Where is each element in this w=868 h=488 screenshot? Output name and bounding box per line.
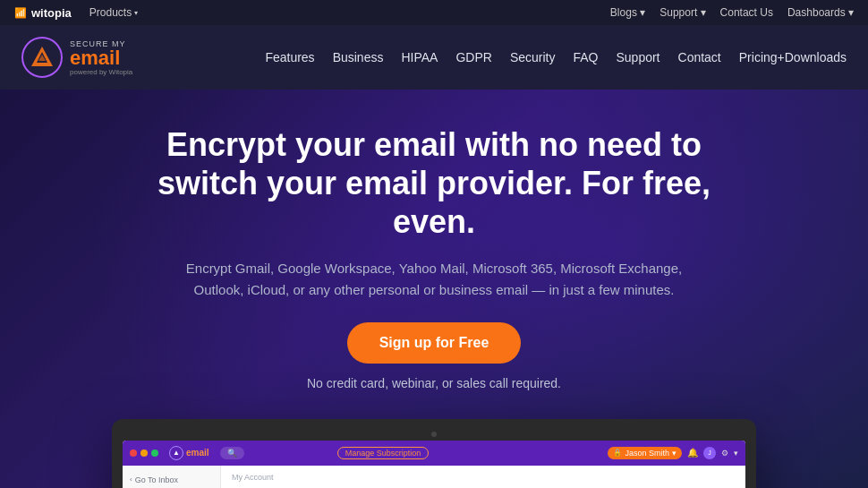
hero-section: Encrypt your email with no need to switc… <box>0 90 868 488</box>
app-topbar-right: 🔒 Jason Smith ▾ 🔔 J ⚙ ▾ <box>608 447 738 459</box>
logo-text: secure my email powered by Witopia <box>70 39 132 76</box>
products-menu[interactable]: Products ▾ <box>89 6 138 19</box>
support-link[interactable]: Support ▾ <box>660 6 705 19</box>
laptop-camera-row <box>123 430 745 439</box>
top-navigation: 📶 witopia Products ▾ Blogs ▾ Support ▾ C… <box>0 0 868 25</box>
laptop-camera <box>431 432 437 437</box>
wifi-icon: 📶 <box>14 7 27 19</box>
laptop-outer: ▲ email 🔍 Manage Subscription 🔒 Jason Sm… <box>112 419 756 488</box>
app-topbar: ▲ email 🔍 Manage Subscription 🔒 Jason Sm… <box>123 441 745 466</box>
nav-security[interactable]: Security <box>510 50 556 64</box>
main-nav-links: Features Business HIPAA GDPR Security FA… <box>265 50 847 64</box>
blogs-link[interactable]: Blogs ▾ <box>610 6 645 19</box>
tl-yellow <box>140 449 148 457</box>
more-dropdown-arrow[interactable]: ▾ <box>734 449 738 458</box>
bell-icon[interactable]: 🔔 <box>687 448 698 458</box>
nav-features[interactable]: Features <box>265 50 314 64</box>
nav-business[interactable]: Business <box>333 50 384 64</box>
app-logo-text: email <box>186 448 209 458</box>
products-label: Products <box>89 6 132 19</box>
no-cc-text: No credit card, webinar, or sales call r… <box>130 376 738 390</box>
manage-subscription-button[interactable]: Manage Subscription <box>337 447 430 459</box>
signup-button[interactable]: Sign up for Free <box>347 322 522 364</box>
back-label: Go To Inbox <box>135 475 178 484</box>
breadcrumb: My Account <box>232 473 735 482</box>
nav-hipaa[interactable]: HIPAA <box>401 50 438 64</box>
laptop-mockup: ▲ email 🔍 Manage Subscription 🔒 Jason Sm… <box>112 419 756 488</box>
lock-icon: 🔒 <box>613 449 622 457</box>
nav-gdpr[interactable]: GDPR <box>455 50 491 64</box>
dashboards-link[interactable]: Dashboards ▾ <box>787 6 854 19</box>
app-body: ‹ Go To Inbox MY ACCOUNT ○ Account ○ Pro… <box>123 466 745 488</box>
app-logo-icon: ▲ <box>169 446 183 460</box>
nav-pricing[interactable]: Pricing+Downloads <box>739 50 847 64</box>
brand-logo: secure my email powered by Witopia <box>21 37 132 78</box>
search-icon: 🔍 <box>227 449 237 458</box>
app-search-box[interactable]: 🔍 <box>220 447 244 459</box>
main-navigation: secure my email powered by Witopia Featu… <box>0 25 868 90</box>
products-dropdown-arrow: ▾ <box>134 9 138 17</box>
top-nav-left: 📶 witopia Products ▾ <box>14 6 138 20</box>
tl-green <box>151 449 158 457</box>
app-logo-small: ▲ email <box>169 446 209 460</box>
nav-contact[interactable]: Contact <box>678 50 721 64</box>
user-dropdown-arrow: ▾ <box>672 449 677 458</box>
contact-us-link[interactable]: Contact Us <box>720 6 773 19</box>
hero-content: Encrypt your email with no need to switc… <box>130 125 738 412</box>
logo-email: email <box>70 48 132 68</box>
logo-powered: powered by Witopia <box>70 68 132 76</box>
app-sidebar: ‹ Go To Inbox MY ACCOUNT ○ Account ○ Pro… <box>123 466 221 488</box>
nav-faq[interactable]: FAQ <box>573 50 598 64</box>
avatar: J <box>703 447 716 459</box>
traffic-lights <box>130 449 158 457</box>
hero-subtitle: Encrypt Gmail, Google Workspace, Yahoo M… <box>183 258 685 301</box>
app-main-content: My Account Security Overall settings for… <box>221 466 745 488</box>
chevron-left-icon: ‹ <box>130 475 132 484</box>
user-badge: 🔒 Jason Smith ▾ <box>608 447 682 459</box>
laptop-screen: ▲ email 🔍 Manage Subscription 🔒 Jason Sm… <box>123 441 745 488</box>
tl-red <box>130 449 137 457</box>
hero-title: Encrypt your email with no need to switc… <box>130 125 738 242</box>
nav-support[interactable]: Support <box>616 50 660 64</box>
witopia-label: witopia <box>31 6 72 20</box>
logo-icon <box>21 37 63 78</box>
user-name: Jason Smith <box>625 449 669 458</box>
top-nav-right: Blogs ▾ Support ▾ Contact Us Dashboards … <box>610 6 854 19</box>
witopia-brand: 📶 witopia <box>14 6 72 20</box>
gear-icon[interactable]: ⚙ <box>721 449 728 458</box>
back-to-inbox[interactable]: ‹ Go To Inbox <box>123 473 220 487</box>
